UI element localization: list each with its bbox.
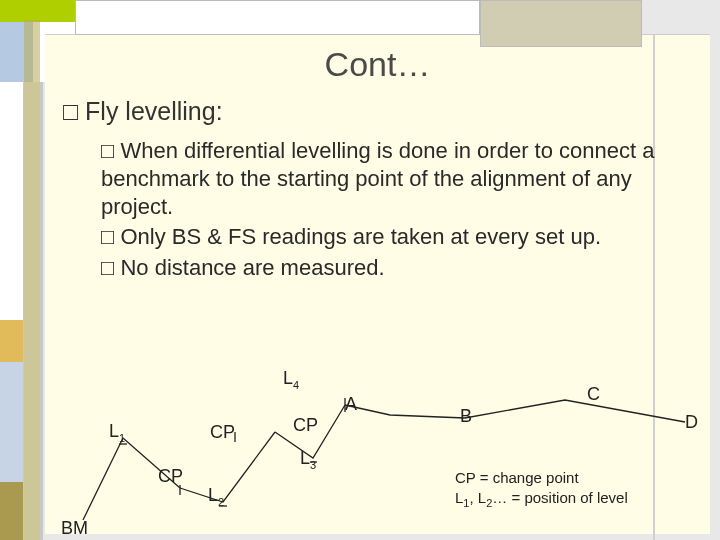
- label-cp-1: CP: [210, 422, 235, 443]
- sub-bullet-1-text: When differential levelling is done in o…: [101, 138, 654, 219]
- label-bm: BM: [61, 518, 88, 539]
- label-cp-2: CP: [158, 466, 183, 487]
- decor-top-beige: [480, 0, 642, 47]
- label-cp-3: CP: [293, 415, 318, 436]
- bullet-icon: □: [101, 224, 114, 249]
- decor-lime: [0, 0, 75, 22]
- sub-bullet-3-text: No distance are measured.: [120, 255, 384, 280]
- main-bullet-text: Fly levelling:: [85, 97, 223, 125]
- decor-olive-strip: [24, 20, 40, 540]
- legend-line-2: L1, L2… = position of level: [455, 488, 628, 511]
- decor-olive-bottom: [0, 482, 23, 540]
- label-l1: L1: [109, 421, 125, 444]
- label-l2: L2: [208, 485, 224, 508]
- sub-bullets: □ When differential levelling is done in…: [101, 137, 671, 284]
- label-d: D: [685, 412, 698, 433]
- bullet-icon: □: [63, 97, 78, 125]
- sub-bullet-1: □ When differential levelling is done in…: [101, 137, 671, 221]
- main-bullet: □ Fly levelling:: [63, 97, 223, 126]
- label-l4: L4: [283, 368, 299, 391]
- decor-blue-lower: [0, 362, 23, 482]
- content-area: Cont… □ Fly levelling: □ When differenti…: [45, 34, 710, 534]
- slide-title: Cont…: [45, 45, 710, 84]
- label-b: B: [460, 406, 472, 427]
- decor-gold: [0, 320, 23, 362]
- diagram-legend: CP = change point L1, L2… = position of …: [455, 468, 628, 511]
- bullet-icon: □: [101, 138, 114, 163]
- decor-top-white: [75, 0, 480, 35]
- bullet-icon: □: [101, 255, 114, 280]
- decor-vline-2: [23, 82, 24, 540]
- slide-canvas: Cont… □ Fly levelling: □ When differenti…: [0, 0, 720, 540]
- fly-levelling-diagram: L1 L2 L3 L4 CP CP CP BM A B C D CP = cha…: [45, 370, 710, 535]
- sub-bullet-2: □ Only BS & FS readings are taken at eve…: [101, 223, 671, 251]
- legend-line-1: CP = change point: [455, 468, 628, 488]
- label-c: C: [587, 384, 600, 405]
- label-a: A: [345, 394, 357, 415]
- sub-bullet-3: □ No distance are measured.: [101, 254, 671, 282]
- sub-bullet-2-text: Only BS & FS readings are taken at every…: [120, 224, 601, 249]
- label-l3: L3: [300, 448, 316, 471]
- decor-vline-1: [40, 82, 43, 540]
